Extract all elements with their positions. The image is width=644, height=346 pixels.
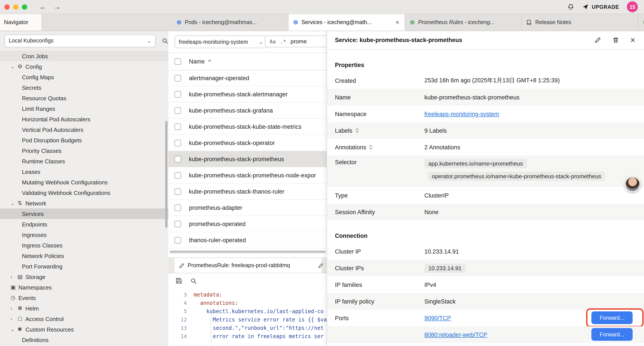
forward-button[interactable]: Forward... xyxy=(592,311,632,324)
match-case-toggle[interactable]: Aa xyxy=(270,38,276,44)
row-checkbox[interactable] xyxy=(174,91,181,97)
zoom-window-button[interactable] xyxy=(22,4,27,9)
sidebar-item-namespaces[interactable]: ▣Namespaces xyxy=(0,282,168,293)
table-row-kube-prometheus-stack-prometheus-node-expor[interactable]: kube-prometheus-stack-prometheus-node-ex… xyxy=(168,167,326,184)
sidebar-item-port-forwarding[interactable]: Port Forwarding xyxy=(0,261,168,272)
table-row-kube-prometheus-stack-kube-state-metrics[interactable]: kube-prometheus-stack-kube-state-metrics xyxy=(168,119,326,135)
chevron-right-icon[interactable]: › xyxy=(10,306,18,311)
sidebar-item-limit-ranges[interactable]: Limit Ranges xyxy=(0,103,168,114)
select-all-checkbox[interactable] xyxy=(174,58,181,65)
close-window-button[interactable] xyxy=(4,4,10,9)
search-icon[interactable] xyxy=(162,37,168,44)
sidebar-item-events[interactable]: ◷Events xyxy=(0,293,168,303)
upgrade-button[interactable]: UPGRADE xyxy=(582,3,619,10)
chevron-down-icon[interactable]: ⌄ xyxy=(10,327,18,332)
sidebar-item-label: Port Forwarding xyxy=(22,263,62,270)
sidebar-item-storage[interactable]: ›▤Storage xyxy=(0,272,168,282)
row-checkbox[interactable] xyxy=(174,107,181,114)
sidebar-item-ingress-classes[interactable]: Ingress Classes xyxy=(0,240,168,251)
save-icon[interactable] xyxy=(175,277,182,284)
row-checkbox[interactable] xyxy=(174,237,181,243)
row-checkbox[interactable] xyxy=(174,123,181,130)
sidebar-item-definitions[interactable]: Definitions xyxy=(0,335,168,345)
table-row-kube-prometheus-stack-grafana[interactable]: kube-prometheus-stack-grafana xyxy=(168,102,326,119)
yaml-editor[interactable]: 3metadata:4 annotations:5 kubectl.kubern… xyxy=(168,289,326,346)
sidebar-item-resource-quotas[interactable]: Resource Quotas xyxy=(0,93,168,103)
chevron-right-icon[interactable]: › xyxy=(10,274,18,279)
notification-badge[interactable]: 15 xyxy=(627,1,638,12)
sidebar-item-config[interactable]: ⌄⚙Config xyxy=(0,61,168,72)
tab-argo-s[interactable]: ☸Argo S xyxy=(638,13,644,31)
table-row-prometheus-adapter[interactable]: prometheus-adapter xyxy=(168,200,326,216)
row-checkbox[interactable] xyxy=(174,139,181,146)
sidebar-item-services[interactable]: Services xyxy=(0,209,168,219)
sidebar-item-priority-classes[interactable]: Priority Classes xyxy=(0,145,168,156)
sidebar-item-config-maps[interactable]: Config Maps xyxy=(0,72,168,82)
row-checkbox[interactable] xyxy=(174,156,181,162)
close-tab-icon[interactable]: × xyxy=(394,19,400,25)
detail-row-selector: Selectorapp.kubernetes.io/name=prometheu… xyxy=(327,155,644,187)
search-input[interactable]: Aa .* prome xyxy=(265,35,326,47)
namespace-link[interactable]: freeleaps-monitoring-system xyxy=(424,111,499,117)
avatar[interactable] xyxy=(625,177,640,192)
navigator-tab[interactable]: Navigator xyxy=(0,13,42,31)
namespace-filter-dropdown[interactable]: freeleaps-monitoring-system ⌄ xyxy=(174,35,268,48)
sidebar-item-runtime-classes[interactable]: Runtime Classes xyxy=(0,156,168,166)
chevron-down-icon[interactable]: ⌄ xyxy=(10,64,18,69)
sidebar-item-cron-jobs[interactable]: Cron Jobs xyxy=(0,51,168,61)
back-arrow-icon[interactable]: ← xyxy=(40,3,46,10)
sidebar-item-ingresses[interactable]: Ingresses xyxy=(0,230,168,240)
tab-services-icecheng-math[interactable]: ☸Services - icecheng@math...× xyxy=(288,13,405,31)
sidebar-item-validating-webhook-configurations[interactable]: Validating Webhook Configurations xyxy=(0,187,168,198)
chevron-right-icon[interactable]: › xyxy=(10,317,18,321)
editor-tab-prometheusrule-freeleaps-prod-rabbitmq[interactable]: PrometheusRule: freeleaps-prod-rabbitmq xyxy=(174,258,322,273)
detail-label: Selector xyxy=(335,159,424,166)
sidebar-item-horizontal-pod-autoscalers[interactable]: Horizontal Pod Autoscalers xyxy=(0,114,168,124)
kubeconfig-dropdown[interactable]: Local Kubeconfigs ⌄ xyxy=(4,34,156,47)
table-row-alertmanager-operated[interactable]: alertmanager-operated xyxy=(168,70,326,86)
row-checkbox[interactable] xyxy=(174,172,181,178)
chevron-down-icon[interactable]: ⌄ xyxy=(10,201,18,206)
port-link[interactable]: 9090/TCP xyxy=(424,315,451,321)
sidebar-item-access-control[interactable]: ›☖Access Control xyxy=(0,314,168,324)
row-checkbox[interactable] xyxy=(174,188,181,195)
horizontal-scrollbar[interactable] xyxy=(170,251,326,253)
tab-prometheus-rules-icecheng[interactable]: ☸Prometheus Rules - icecheng... xyxy=(405,13,522,31)
sidebar-scrollbar[interactable] xyxy=(165,121,168,228)
sidebar-item-pod-disruption-budgets[interactable]: Pod Disruption Budgets xyxy=(0,135,168,145)
sidebar-item-endpoints[interactable]: Endpoints xyxy=(0,219,168,230)
row-checkbox[interactable] xyxy=(174,221,181,227)
editor-tab-partial[interactable] xyxy=(314,258,326,273)
row-checkbox[interactable] xyxy=(174,204,181,211)
row-checkbox[interactable] xyxy=(174,75,181,81)
table-row-kube-prometheus-stack-alertmanager[interactable]: kube-prometheus-stack-alertmanager xyxy=(168,86,326,102)
tab-release-notes[interactable]: Release Notes xyxy=(522,13,638,31)
table-row-kube-prometheus-stack-prometheus[interactable]: kube-prometheus-stack-prometheus xyxy=(168,151,326,167)
sidebar-item-mutating-webhook-configurations[interactable]: Mutating Webhook Configurations xyxy=(0,177,168,187)
table-row-kube-prometheus-stack-operator[interactable]: kube-prometheus-stack-operator xyxy=(168,135,326,151)
table-row-kube-prometheus-stack-thanos-ruler[interactable]: kube-prometheus-stack-thanos-ruler xyxy=(168,184,326,200)
column-header-name[interactable]: Name xyxy=(189,58,205,65)
sidebar-item-helm[interactable]: ›☸Helm xyxy=(0,303,168,314)
tab-pods-icecheng-mathmas[interactable]: ☸Pods - icecheng@mathmas... xyxy=(172,13,288,31)
table-row-thanos-ruler-operated[interactable]: thanos-ruler-operated xyxy=(168,232,326,248)
expand-collapse-icon[interactable] xyxy=(355,128,359,133)
sidebar-item-vertical-pod-autoscalers[interactable]: Vertical Pod Autoscalers xyxy=(0,124,168,135)
sidebar-item-leases[interactable]: Leases xyxy=(0,166,168,177)
search-icon[interactable] xyxy=(190,278,197,284)
expand-collapse-icon[interactable] xyxy=(369,145,373,150)
sidebar-item-custom-resources[interactable]: ⌄✱Custom Resources xyxy=(0,324,168,335)
sidebar-item-network-policies[interactable]: Network Policies xyxy=(0,251,168,261)
edit-pencil-icon[interactable] xyxy=(594,36,601,43)
sidebar-item-secrets[interactable]: Secrets xyxy=(0,82,168,93)
port-link[interactable]: 8080:reloader-web/TCP xyxy=(424,331,487,338)
table-row-prometheus-operated[interactable]: prometheus-operated xyxy=(168,216,326,232)
close-icon[interactable]: × xyxy=(630,36,635,44)
regex-toggle[interactable]: .* xyxy=(280,38,286,44)
trash-icon[interactable] xyxy=(612,36,619,43)
forward-button[interactable]: Forward... xyxy=(592,328,632,341)
forward-arrow-icon[interactable]: → xyxy=(54,3,60,10)
sidebar-item-network[interactable]: ⌄⇅Network xyxy=(0,198,168,209)
bell-icon[interactable] xyxy=(567,3,574,10)
minimize-window-button[interactable] xyxy=(13,4,18,9)
